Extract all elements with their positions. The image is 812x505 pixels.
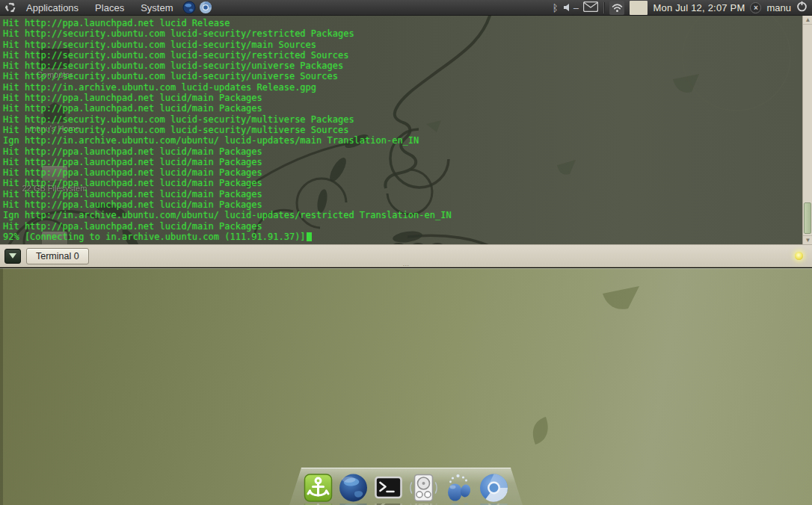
terminal-launcher-icon bbox=[373, 472, 405, 504]
resize-grip[interactable]: ⋯ bbox=[403, 262, 410, 269]
notification-light-icon[interactable] bbox=[795, 252, 803, 260]
terminal-output: Hit http://ppa.launchpad.net lucid Relea… bbox=[3, 18, 790, 242]
me-menu-username[interactable]: manu bbox=[766, 2, 791, 13]
dock-item-web-browser[interactable] bbox=[337, 472, 370, 505]
volume-muted-icon[interactable]: --- bbox=[563, 3, 578, 12]
wifi-icon[interactable] bbox=[609, 1, 624, 15]
menu-system[interactable]: System bbox=[134, 0, 179, 16]
menu-applications[interactable]: Applications bbox=[19, 0, 85, 16]
panel-separator bbox=[603, 2, 604, 13]
docky-dock bbox=[289, 465, 523, 505]
panel-clock[interactable]: Mon Jul 12, 2:07 PM bbox=[653, 2, 745, 13]
dock-item-chromium[interactable] bbox=[478, 472, 511, 505]
guake-dropdown-icon[interactable] bbox=[4, 249, 21, 264]
dock-item-volume[interactable] bbox=[407, 472, 440, 505]
chromium-launcher-icon[interactable] bbox=[199, 1, 212, 14]
gnome-top-panel: Applications Places System ᛒ bbox=[0, 0, 812, 16]
chromium-browser-icon bbox=[479, 472, 510, 504]
speaker-volume-icon bbox=[408, 472, 440, 504]
guake-terminal-window[interactable]: Computer manu's Home 22 GB Filesystem 25… bbox=[0, 16, 802, 244]
scrollbar-down-arrow-icon[interactable]: ▼ bbox=[803, 235, 812, 244]
menu-places[interactable]: Places bbox=[88, 0, 131, 16]
terminal-tab[interactable]: Terminal 0 bbox=[26, 248, 89, 264]
dock-item-docky-anchor[interactable] bbox=[302, 472, 335, 505]
globe-browser-icon bbox=[338, 472, 369, 504]
mail-icon[interactable] bbox=[583, 1, 598, 14]
me-menu-presence-icon[interactable]: × bbox=[750, 2, 761, 13]
scrollbar-up-arrow-icon[interactable]: ▲ bbox=[803, 16, 812, 25]
blank-tray-tile[interactable] bbox=[630, 1, 648, 15]
docky-anchor-icon bbox=[303, 472, 334, 504]
guake-tab-bar: Terminal 0 ⋯ bbox=[0, 244, 812, 267]
terminal-scrollbar[interactable]: ▲ ▼ bbox=[802, 16, 812, 244]
power-session-icon[interactable] bbox=[796, 1, 808, 14]
scrollbar-thumb[interactable] bbox=[804, 202, 811, 234]
desktop-screen: Applications Places System ᛒ bbox=[0, 0, 812, 505]
dock-item-chat[interactable] bbox=[443, 472, 476, 505]
bluetooth-icon[interactable]: ᛒ bbox=[553, 2, 559, 13]
chat-people-icon bbox=[443, 472, 475, 504]
dock-item-terminal[interactable] bbox=[372, 472, 405, 505]
globe-browser-launcher-icon[interactable] bbox=[182, 1, 196, 14]
ubuntu-menu-logo-icon[interactable] bbox=[4, 1, 16, 13]
